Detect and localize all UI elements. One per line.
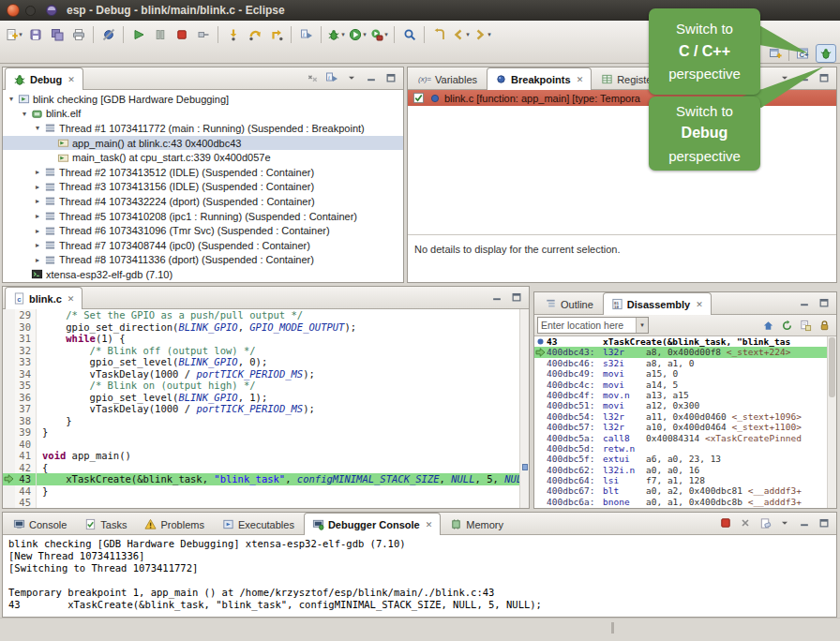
console-output[interactable]: blink checking [GDB Hardware Debugging] …	[4, 535, 835, 616]
disassembly-row[interactable]: 400dbc46:s32ia8, a1, 0	[534, 358, 827, 368]
sync-icon[interactable]	[817, 318, 832, 333]
dropdown-arrow-icon[interactable]: ▾	[466, 31, 470, 38]
suspend-button[interactable]	[149, 24, 171, 46]
minimize-icon[interactable]	[797, 515, 812, 530]
external-tools-button[interactable]: ▾	[368, 24, 390, 46]
expander-icon[interactable]: ▸	[33, 241, 42, 249]
code-line[interactable]: 45	[3, 497, 519, 508]
close-icon[interactable]: ✕	[68, 294, 75, 304]
last-edit-location-button[interactable]	[428, 24, 450, 46]
tab-problems[interactable]: Problems	[136, 514, 212, 534]
code-line[interactable]: 39}	[3, 426, 519, 439]
overview-ruler[interactable]	[519, 309, 529, 508]
debug-button[interactable]: ▾	[325, 24, 347, 46]
code-line[interactable]: 33 gpio_set_level(BLINK_GPIO, 0);	[3, 356, 519, 368]
disassembly-row[interactable]: 400dbc62:l32i.na0, a0, 16	[534, 465, 827, 475]
code-line[interactable]: 29 /* Set the GPIO as a push/pull output…	[3, 309, 519, 321]
close-button[interactable]	[7, 4, 20, 17]
code-line[interactable]: 40	[3, 439, 519, 451]
code-line[interactable]: 32 /* Blink off (output low) */	[3, 345, 519, 357]
code-line[interactable]: 44}	[3, 485, 519, 498]
code-line[interactable]: 34 vTaskDelay(1000 / portTICK_PERIOD_MS)…	[3, 368, 519, 380]
debug-tree-item[interactable]: ▸Thread #3 1073413156 (IDLE) (Suspended …	[3, 180, 403, 195]
new-wizard-button[interactable]: ▾	[3, 24, 24, 46]
code-line[interactable]: 36 gpio_set_level(BLINK_GPIO, 1);	[3, 392, 519, 404]
dropdown-arrow-icon[interactable]: ▾	[19, 31, 22, 38]
maximize-icon[interactable]	[817, 515, 832, 530]
debug-tree-item[interactable]: ▸Thread #7 1073408744 (ipc0) (Suspended …	[3, 238, 403, 253]
tab-memory[interactable]: Memory	[442, 514, 512, 534]
terminate-button[interactable]	[171, 24, 192, 46]
maximize-icon[interactable]	[817, 295, 832, 310]
open-perspective-button[interactable]	[765, 44, 786, 63]
expander-icon[interactable]: ▾	[20, 110, 29, 118]
refresh-icon[interactable]	[779, 318, 794, 333]
search-button[interactable]	[398, 24, 420, 46]
debug-tree-item[interactable]: ▸Thread #6 1073431096 (Tmr Svc) (Suspend…	[3, 223, 403, 238]
clear-console-icon[interactable]	[758, 515, 772, 530]
tab-breakpoints[interactable]: Breakpoints✕	[487, 67, 592, 90]
minimize-icon[interactable]	[364, 70, 379, 85]
disassembly-row[interactable]: 400dbc43:l32ra8, 0x400d00f8 <_stext+224>	[534, 347, 827, 357]
maximize-icon[interactable]	[817, 70, 832, 85]
dropdown-arrow-icon[interactable]: ▾	[363, 31, 367, 38]
scrollbar-thumb[interactable]	[829, 337, 835, 397]
disassembly-row[interactable]: 400dbc5d:retw.n	[534, 443, 827, 454]
debug-tree-item[interactable]: ▸Thread #5 1073410208 (ipc1 : Running) (…	[3, 209, 403, 224]
tab-console[interactable]: Console	[5, 514, 75, 534]
expander-icon[interactable]: ▸	[33, 212, 42, 220]
close-icon[interactable]: ✕	[68, 75, 75, 84]
close-icon[interactable]: ✕	[696, 300, 703, 309]
dropdown-arrow-icon[interactable]: ▾	[488, 31, 491, 38]
pc-home-icon[interactable]	[760, 318, 775, 333]
view-menu-icon[interactable]	[777, 515, 792, 530]
expander-icon[interactable]: ▸	[33, 256, 42, 264]
maximize-icon[interactable]	[509, 290, 524, 305]
breakpoint-checkbox[interactable]	[411, 91, 426, 106]
remove-launch-icon[interactable]	[738, 515, 753, 530]
tab-blink-c[interactable]: cblink.c✕	[5, 287, 82, 309]
code-line[interactable]: 43 xTaskCreate(&blink_task, "blink_task"…	[3, 473, 519, 485]
debug-tree-item[interactable]: main_task() at cpu_start.c:339 0x400d057…	[3, 150, 403, 165]
disassembly-row[interactable]: 400dbc54:l32ra11, 0x400d0460 <_stext+109…	[534, 411, 827, 422]
combo-dropdown-icon[interactable]: ▾	[636, 318, 648, 333]
debug-tree-item[interactable]: ▸Thread #8 1073411336 (dport) (Suspended…	[3, 253, 403, 268]
disassembly-row[interactable]: 400dbc67:blta0, a2, 0x400dbc81 <__adddf3…	[534, 485, 827, 496]
debug-tree-item[interactable]: ▸Thread #2 1073413512 (IDLE) (Suspended …	[3, 165, 403, 180]
tab-outline[interactable]: Outline	[536, 293, 602, 314]
expander-icon[interactable]: ▸	[33, 183, 42, 191]
debug-tree-item[interactable]: ▸Thread #4 1073432224 (dport) (Suspended…	[3, 194, 403, 209]
code-line[interactable]: 42{	[3, 462, 519, 474]
debug-tree-item[interactable]: xtensa-esp32-elf-gdb (7.10)	[3, 267, 403, 282]
minimize-icon[interactable]	[797, 70, 812, 85]
save-button[interactable]	[24, 24, 46, 46]
debug-tree-item[interactable]: app_main() at blink.c:43 0x400dbc43	[3, 136, 403, 151]
run-button[interactable]: ▾	[347, 24, 368, 46]
print-button[interactable]	[68, 24, 89, 46]
step-return-button[interactable]	[265, 24, 287, 46]
bottom-sash[interactable]	[611, 622, 614, 634]
expander-icon[interactable]: ▾	[33, 124, 42, 132]
tab-debugger-console[interactable]: Debugger Console✕	[304, 513, 441, 535]
close-icon[interactable]: ✕	[577, 75, 584, 84]
minimize-icon[interactable]	[489, 290, 504, 305]
minimize-button[interactable]	[25, 6, 36, 16]
forward-button[interactable]: ▾	[472, 24, 493, 46]
step-over-button[interactable]	[244, 24, 265, 46]
code-line[interactable]: 41void app_main()	[3, 450, 519, 462]
tab-debug[interactable]: Debug✕	[5, 67, 83, 90]
back-button[interactable]: ▾	[450, 24, 472, 46]
resume-button[interactable]	[128, 24, 149, 46]
disassembly-row[interactable]: 400dbc4c:movia14, 5	[534, 380, 827, 390]
disassembly-row[interactable]: 400dbc6a:bnonea0, a1, 0x400dbc8b <__addd…	[534, 497, 827, 507]
debug-tree-item[interactable]: ▾blink checking [GDB Hardware Debugging]	[3, 92, 403, 107]
show-source-icon[interactable]	[798, 318, 813, 333]
view-menu-icon[interactable]	[344, 70, 359, 85]
disassembly-row[interactable]: 400dbc64:lsif7, a1, 128	[534, 475, 827, 485]
tab-executables[interactable]: Executables	[214, 514, 303, 534]
location-input[interactable]	[538, 318, 636, 333]
breakpoint-row[interactable]: blink.c [function: app_main] [type: Temp…	[408, 90, 836, 106]
expander-icon[interactable]: ▸	[33, 197, 42, 205]
skip-all-breakpoints-button[interactable]	[98, 24, 119, 46]
instruction-stepping-button[interactable]: i	[295, 24, 317, 46]
